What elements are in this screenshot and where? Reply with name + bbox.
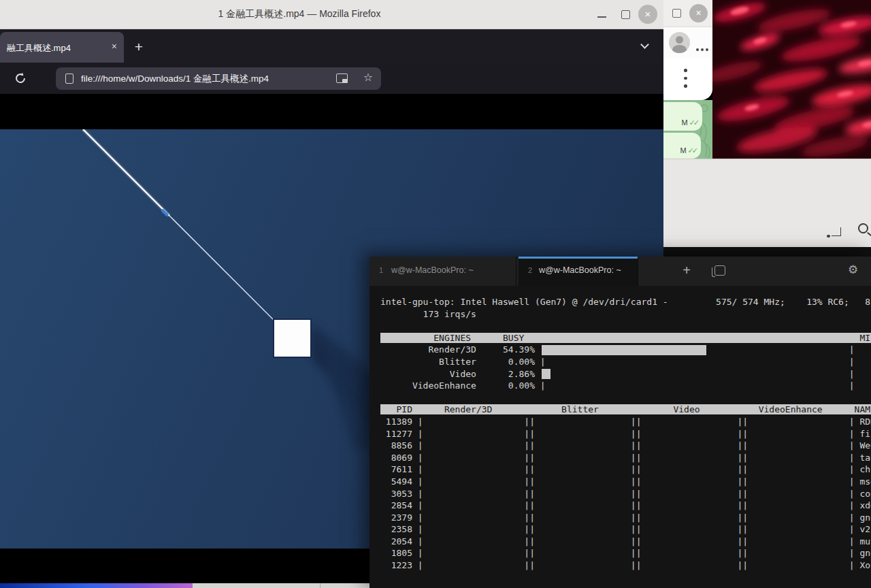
video-white-square	[273, 318, 312, 358]
tab-title: w@w-MacBookPro: ~	[539, 265, 621, 275]
chat-wallpaper: M✓✓ M✓✓	[663, 100, 712, 159]
chat-maximize-button[interactable]	[672, 9, 681, 18]
busy-bar-video	[542, 369, 550, 379]
gear-icon[interactable]: ⚙	[848, 263, 858, 277]
firefox-navbar: file:///home/w/Downloads/1 金融工具概述.mp4 ☆ …	[0, 63, 663, 94]
chat-more-icon[interactable]	[696, 42, 712, 54]
firefox-titlebar[interactable]: 1 金融工具概述.mp4 — Mozilla Firefox ×	[0, 0, 663, 29]
read-checkmarks-icon: ✓✓	[688, 146, 696, 154]
minimize-button[interactable]	[597, 16, 606, 18]
chat-bubble: M✓✓	[663, 133, 701, 159]
chat-bubble: M✓✓	[663, 102, 702, 131]
page-icon	[65, 74, 73, 84]
terminal-body[interactable]: intel-gpu-top: Intel Haswell (Gen7) @ /d…	[369, 286, 871, 588]
strip-divider	[320, 583, 321, 588]
screen: 1 金融工具概述.mp4 — Mozilla Firefox × 融工具概述.m…	[0, 0, 871, 588]
reload-icon[interactable]	[14, 71, 27, 85]
terminal-new-tab-button[interactable]: +	[677, 261, 696, 280]
window-title: 1 金融工具概述.mp4 — Mozilla Firefox	[0, 8, 599, 20]
panel-shadow	[663, 247, 871, 257]
chat-titlebar[interactable]: ×	[663, 0, 713, 27]
bubble-meta-text: M	[680, 146, 686, 154]
enter-icon[interactable]	[832, 227, 841, 236]
gradient-strip	[0, 583, 193, 588]
chat-header	[663, 27, 713, 58]
bottom-window-strip	[0, 583, 369, 588]
terminal-tab-bar: 1 w@w-MacBookPro: ~ 2 w@w-MacBookPro: ~ …	[369, 257, 871, 286]
terminal-tabs-list-icon[interactable]	[714, 265, 725, 276]
search-icon[interactable]	[858, 223, 868, 233]
terminal-output: intel-gpu-top: Intel Haswell (Gen7) @ /d…	[380, 296, 871, 572]
tab-number: 2	[528, 266, 532, 274]
read-checkmarks-icon: ✓✓	[689, 118, 697, 127]
tab-video[interactable]: 融工具概述.mp4 ×	[0, 32, 124, 63]
new-tab-button[interactable]: +	[129, 37, 148, 56]
terminal-tab-2-active[interactable]: 2 w@w-MacBookPro: ~	[519, 257, 638, 286]
avatar[interactable]	[669, 32, 690, 53]
tab-number: 1	[379, 266, 383, 274]
url-bar[interactable]: file:///home/w/Downloads/1 金融工具概述.mp4 ☆	[56, 67, 381, 90]
list-tabs-chevron-icon[interactable]	[640, 40, 649, 49]
terminal-window: 1 w@w-MacBookPro: ~ 2 w@w-MacBookPro: ~ …	[369, 257, 871, 588]
tab-title: w@w-MacBookPro: ~	[391, 265, 474, 275]
bookmark-star-icon[interactable]: ☆	[363, 71, 373, 84]
tab-label: 融工具概述.mp4	[7, 42, 99, 54]
chat-close-button[interactable]: ×	[689, 4, 708, 22]
chat-incoming-message	[663, 58, 712, 100]
bubble-meta-text: M	[681, 118, 687, 127]
typing-dots-icon	[684, 69, 687, 93]
url-text[interactable]: file:///home/w/Downloads/1 金融工具概述.mp4	[81, 73, 269, 85]
tab-close-icon[interactable]: ×	[112, 41, 117, 52]
busy-bar-render/3d	[542, 345, 706, 355]
red-video-window[interactable]	[712, 0, 871, 159]
gray-strip	[193, 583, 369, 588]
firefox-tab-bar: 融工具概述.mp4 × +	[0, 29, 663, 63]
terminal-tab-1[interactable]: 1 w@w-MacBookPro: ~	[369, 257, 516, 286]
maximize-button[interactable]	[621, 10, 630, 19]
close-button[interactable]: ×	[638, 5, 657, 24]
picture-in-picture-icon[interactable]	[336, 74, 348, 83]
